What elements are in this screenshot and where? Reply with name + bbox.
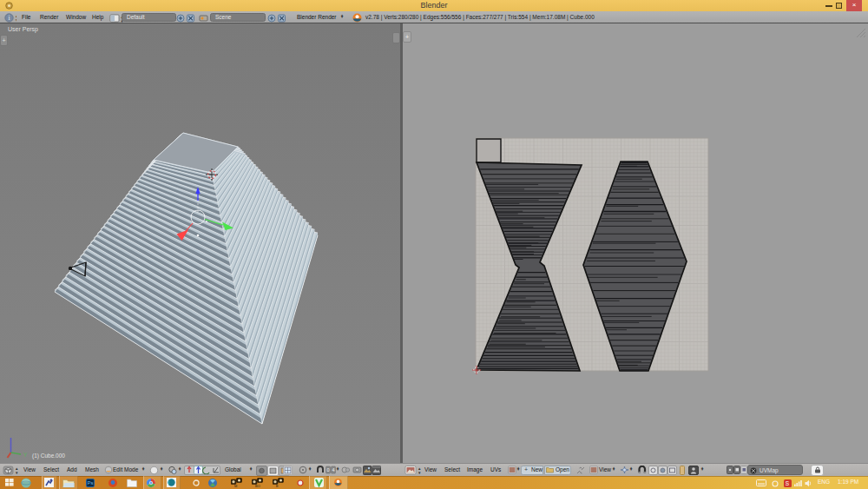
svg-text:▼: ▼ xyxy=(15,471,18,475)
svg-text:i: i xyxy=(8,14,10,22)
svg-text:E: E xyxy=(276,484,279,488)
svg-text:S: S xyxy=(786,480,790,486)
svg-text:4: 4 xyxy=(332,467,335,472)
svg-text:▼: ▼ xyxy=(15,17,16,23)
svg-text:BO: BO xyxy=(255,484,260,488)
svg-text:M: M xyxy=(234,484,237,488)
svg-text:▼: ▼ xyxy=(418,471,421,475)
svg-text:Y: Y xyxy=(23,452,28,458)
svg-text:0: 0 xyxy=(327,467,330,472)
